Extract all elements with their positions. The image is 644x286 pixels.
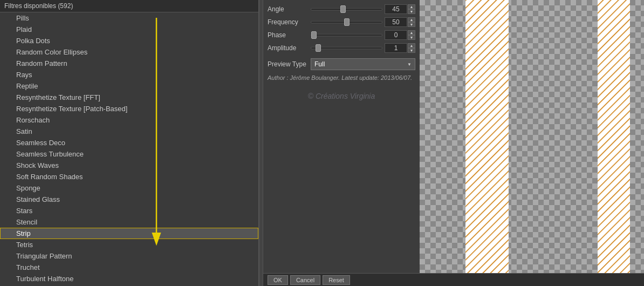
- filter-item-seamless-deco[interactable]: Seamless Deco: [0, 137, 258, 148]
- reset-button[interactable]: Reset: [323, 275, 350, 285]
- filter-item-reptile[interactable]: Reptile: [0, 80, 258, 92]
- phase-down-arrow[interactable]: ▼: [408, 35, 415, 40]
- angle-slider-thumb[interactable]: [340, 5, 346, 13]
- angle-down-arrow[interactable]: ▼: [408, 9, 415, 14]
- amplitude-spinner[interactable]: ▲ ▼: [408, 43, 415, 53]
- left-panel: Filtres disponibles (592) Pills Plaid: [0, 0, 259, 286]
- filter-item-pills[interactable]: Pills: [0, 12, 258, 24]
- filter-list: Pills Plaid Polka Dots Random Color Elli…: [0, 12, 258, 284]
- right-panel: Angle 45 ▲ ▼ Frequency: [263, 0, 644, 286]
- phase-spinner[interactable]: ▲ ▼: [408, 30, 415, 40]
- phase-slider-container[interactable]: [311, 31, 382, 39]
- filter-item-soft-random-shades[interactable]: Soft Random Shades: [0, 171, 258, 182]
- panel-divider[interactable]: [259, 0, 263, 286]
- bottom-bar: OK Cancel Reset: [263, 273, 644, 286]
- svg-rect-7: [598, 0, 630, 273]
- filter-item-stars[interactable]: Stars: [0, 205, 258, 216]
- author-info: Author : Jérôme Boulanger. Latest update…: [268, 74, 415, 81]
- checkerboard-bg: [420, 0, 644, 273]
- phase-slider-thumb[interactable]: [311, 31, 317, 39]
- filter-item-triangular-pattern[interactable]: Triangular Pattern: [0, 250, 258, 262]
- frequency-spinner[interactable]: ▲ ▼: [408, 17, 415, 27]
- filter-item-strip[interactable]: Strip: [0, 228, 258, 239]
- svg-rect-6: [465, 0, 509, 273]
- amplitude-row: Amplitude 1 ▲ ▼: [268, 43, 415, 53]
- filter-item-random-pattern[interactable]: Random Pattern: [0, 58, 258, 69]
- frequency-label: Frequency: [268, 18, 311, 26]
- phase-up-arrow[interactable]: ▲: [408, 30, 415, 35]
- angle-slider-track: [311, 8, 382, 10]
- filter-item-polka-dots[interactable]: Polka Dots: [0, 35, 258, 46]
- preview-canvas: [420, 0, 644, 273]
- frequency-slider-track: [311, 21, 382, 23]
- preview-type-dropdown[interactable]: Full ▼: [311, 58, 415, 70]
- watermark-text: © Créations Virginia: [268, 92, 415, 100]
- amplitude-slider-container[interactable]: [311, 44, 382, 52]
- filter-item-turbulent-halftone[interactable]: Turbulent Halftone: [0, 273, 258, 284]
- filter-item-satin[interactable]: Satin: [0, 126, 258, 137]
- angle-slider-container[interactable]: [311, 5, 382, 13]
- angle-label: Angle: [268, 5, 311, 13]
- frequency-up-arrow[interactable]: ▲: [408, 17, 415, 22]
- filter-item-random-color-ellipses[interactable]: Random Color Ellipses: [0, 46, 258, 58]
- filter-item-sponge[interactable]: Sponge: [0, 182, 258, 194]
- amplitude-label: Amplitude: [268, 44, 311, 52]
- amplitude-up-arrow[interactable]: ▲: [408, 43, 415, 48]
- amplitude-slider-thumb[interactable]: [316, 44, 321, 52]
- dropdown-arrow-icon: ▼: [407, 62, 412, 67]
- amplitude-slider-track: [311, 47, 382, 49]
- strip-preview-svg: [420, 0, 644, 273]
- filter-item-tetris[interactable]: Tetris: [0, 239, 258, 250]
- phase-row: Phase 0 ▲ ▼: [268, 30, 415, 40]
- phase-slider-track: [311, 34, 382, 36]
- frequency-slider-thumb[interactable]: [344, 18, 350, 26]
- filter-item-resynthetize-patch[interactable]: Resynthetize Texture [Patch-Based]: [0, 103, 258, 114]
- phase-label: Phase: [268, 31, 311, 39]
- filter-item-seamless-turbulence[interactable]: Seamless Turbulence: [0, 148, 258, 160]
- filter-item-rays[interactable]: Rays: [0, 69, 258, 80]
- filter-item-rorschach[interactable]: Rorschach: [0, 114, 258, 126]
- filter-item-stained-glass[interactable]: Stained Glass: [0, 194, 258, 205]
- angle-row: Angle 45 ▲ ▼: [268, 4, 415, 14]
- filter-item-plaid[interactable]: Plaid: [0, 24, 258, 35]
- filter-item-shock-waves[interactable]: Shock Waves: [0, 160, 258, 171]
- controls-panel: Angle 45 ▲ ▼ Frequency: [263, 0, 420, 273]
- angle-up-arrow[interactable]: ▲: [408, 4, 415, 9]
- cancel-button[interactable]: Cancel: [290, 275, 320, 285]
- preview-type-label: Preview Type: [268, 60, 311, 68]
- phase-value: 0: [385, 30, 407, 40]
- ok-button[interactable]: OK: [268, 275, 288, 285]
- filter-item-stencil[interactable]: Stencil: [0, 216, 258, 228]
- frequency-slider-container[interactable]: [311, 18, 382, 26]
- filter-item-truchet[interactable]: Truchet: [0, 262, 258, 273]
- panel-header: Filtres disponibles (592): [0, 0, 258, 12]
- main-container: Filtres disponibles (592) Pills Plaid: [0, 0, 644, 286]
- amplitude-down-arrow[interactable]: ▼: [408, 48, 415, 53]
- amplitude-value: 1: [385, 43, 407, 53]
- angle-value: 45: [385, 4, 407, 14]
- panel-title: Filtres disponibles (592): [4, 2, 73, 10]
- frequency-row: Frequency 50 ▲ ▼: [268, 17, 415, 27]
- frequency-value: 50: [385, 17, 407, 27]
- filter-item-resynthetize-fft[interactable]: Resynthetize Texture [FFT]: [0, 92, 258, 103]
- preview-type-row: Preview Type Full ▼: [268, 58, 415, 70]
- frequency-down-arrow[interactable]: ▼: [408, 22, 415, 27]
- filter-scroll-area[interactable]: Pills Plaid Polka Dots Random Color Elli…: [0, 12, 258, 286]
- angle-spinner[interactable]: ▲ ▼: [408, 4, 415, 14]
